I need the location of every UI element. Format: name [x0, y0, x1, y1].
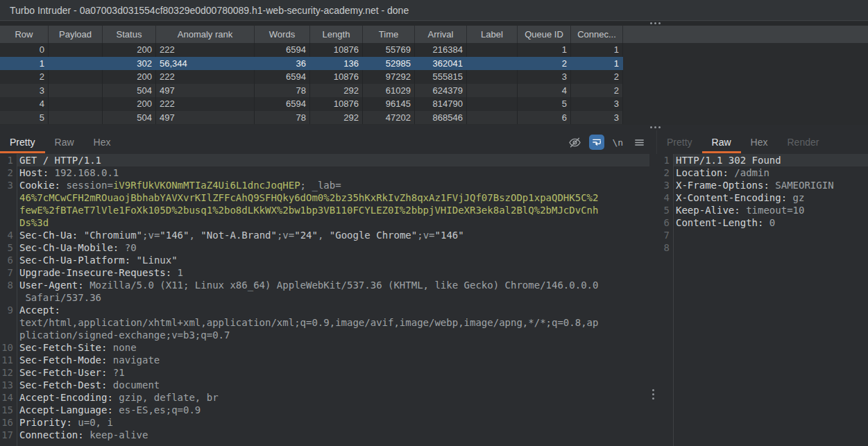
column-header-payload[interactable]: Payload	[49, 26, 103, 43]
vertical-splitter-handle[interactable]	[652, 389, 654, 400]
column-header-connec[interactable]: Connec...	[571, 26, 623, 43]
cell-time: 61029	[363, 84, 415, 98]
editor-line: 14Accept-Encoding: gzip, deflate, br	[0, 391, 649, 404]
cell-status: 504	[103, 111, 156, 125]
horizontal-splitter[interactable]	[0, 125, 868, 130]
table-row-4[interactable]: 42002226594108769614581479053	[0, 97, 623, 111]
cell-anomaly-rank: 56,344	[156, 57, 255, 71]
line-number: 6	[0, 254, 17, 266]
cell-anomaly-rank: 222	[156, 70, 255, 84]
line-number: 2	[0, 166, 17, 179]
line-number: 1	[656, 154, 674, 166]
line-number	[0, 204, 17, 216]
line-content: Host: 192.168.0.1	[17, 166, 119, 179]
cell-row: 2	[0, 70, 49, 84]
cell-label	[467, 43, 518, 57]
cell-payload	[49, 84, 103, 98]
cell-status: 302	[103, 57, 156, 71]
line-content: X-Content-Encoding: gz	[674, 191, 804, 204]
cell-length: 292	[310, 111, 363, 125]
editor-line: 3X-Frame-Options: SAMEORIGIN	[656, 179, 868, 191]
response-tab-render[interactable]: Render	[778, 130, 829, 154]
column-header-time[interactable]: Time	[363, 26, 415, 43]
editor-line: 1HTTP/1.1 302 Found	[656, 154, 868, 166]
editor-line: fewE%2fBTAeT7lVle1FoXk105D%2busq1%2bo8dL…	[0, 204, 649, 216]
cell-length: 10876	[310, 43, 363, 57]
line-number: 17	[0, 429, 17, 441]
line-number: 4	[656, 191, 674, 204]
line-content: HTTP/1.1 302 Found	[674, 154, 781, 166]
line-content: Cookie: session=iV9RfUkVKONmMTIaZ4Ui6L1d…	[17, 179, 341, 191]
column-header-row[interactable]: Row	[0, 26, 49, 43]
column-header-queue-id[interactable]: Queue ID	[518, 26, 571, 43]
cell-queue-id: 6	[518, 111, 571, 125]
line-content: text/html,application/xhtml+xml,applicat…	[17, 316, 598, 329]
column-header-status[interactable]: Status	[103, 26, 156, 43]
editor-line: 7	[656, 229, 868, 241]
response-tab-pretty[interactable]: Pretty	[657, 130, 702, 154]
request-tab-raw[interactable]: Raw	[45, 130, 84, 154]
line-content: Sec-Ch-Ua-Platform: "Linux"	[17, 254, 178, 266]
editor-line: 8User-Agent: Mozilla/5.0 (X11; Linux x86…	[0, 279, 649, 291]
results-table-header: RowPayloadStatusAnomaly rankWordsLengthT…	[0, 26, 868, 43]
request-tab-pretty[interactable]: Pretty	[0, 130, 45, 154]
response-editor[interactable]: 1HTTP/1.1 302 Found2Location: /admin3X-F…	[656, 154, 868, 446]
line-number: 3	[656, 179, 674, 191]
request-tab-hex[interactable]: Hex	[84, 130, 121, 154]
cell-anomaly-rank: 497	[156, 111, 255, 125]
line-number: 15	[0, 404, 17, 416]
request-editor[interactable]: 1GET / HTTP/1.12Host: 192.168.0.13Cookie…	[0, 154, 649, 446]
cell-arrival: 868546	[415, 111, 467, 125]
cell-length: 136	[310, 57, 363, 71]
line-content: Accept:	[17, 304, 60, 316]
cell-label	[467, 97, 518, 111]
editor-line: 3Cookie: session=iV9RfUkVKONmMTIaZ4Ui6L1…	[0, 179, 649, 191]
newline-icon-label: \n	[613, 137, 624, 148]
line-content	[674, 241, 676, 254]
editor-line: 10Sec-Fetch-Site: none	[0, 341, 649, 354]
table-row-2[interactable]: 22002226594108769729255581532	[0, 70, 623, 84]
line-number: 16	[0, 416, 17, 429]
cell-time: 55769	[363, 43, 415, 57]
line-number: 8	[0, 279, 17, 291]
line-number: 5	[0, 241, 17, 254]
response-tab-hex[interactable]: Hex	[741, 130, 778, 154]
line-content: Sec-Fetch-Dest: document	[17, 379, 160, 391]
menu-icon[interactable]	[631, 135, 647, 150]
column-header-anomaly-rank[interactable]: Anomaly rank	[156, 26, 255, 43]
cell-connec: 3	[571, 97, 623, 111]
title-bar: Turbo Intruder - 0a07003d031554cf80329e0…	[0, 0, 868, 21]
table-row-0[interactable]: 02002226594108765576921638411	[0, 43, 623, 57]
newline-icon[interactable]: \n	[611, 135, 626, 150]
cell-arrival: 362041	[415, 57, 467, 71]
column-header-words[interactable]: Words	[255, 26, 310, 43]
line-number	[0, 216, 17, 229]
cell-connec: 3	[571, 111, 623, 125]
cell-status: 200	[103, 70, 156, 84]
cell-time: 47202	[363, 111, 415, 125]
cell-words: 6594	[255, 97, 310, 111]
line-content: Sec-Fetch-Site: none	[17, 341, 137, 354]
results-table-body: 02002226594108765576921638411130256,3443…	[0, 43, 868, 125]
line-content: Sec-Ch-Ua-Mobile: ?0	[17, 241, 137, 254]
line-number: 13	[0, 379, 17, 391]
cell-queue-id: 1	[518, 43, 571, 57]
editor-line: plication/signed-exchange;v=b3;q=0.7	[0, 329, 649, 341]
top-splitter-handle[interactable]	[650, 22, 661, 24]
soft-wrap-icon[interactable]	[589, 135, 604, 150]
column-header-arrival[interactable]: Arrival	[415, 26, 467, 43]
column-header-length[interactable]: Length	[310, 26, 363, 43]
response-tab-raw[interactable]: Raw	[702, 130, 741, 154]
cell-anomaly-rank: 497	[156, 84, 255, 98]
editor-line: text/html,application/xhtml+xml,applicat…	[0, 316, 649, 329]
table-row-3[interactable]: 3504497782926102962437942	[0, 84, 623, 98]
horizontal-splitter-handle[interactable]	[650, 126, 661, 128]
column-header-label[interactable]: Label	[467, 26, 518, 43]
table-row-1[interactable]: 130256,344361365298536204121	[0, 57, 623, 71]
table-row-5[interactable]: 5504497782924720286854663	[0, 111, 623, 125]
hide-unmodified-icon[interactable]	[568, 135, 583, 150]
cell-label	[467, 111, 518, 125]
cell-connec: 1	[571, 57, 623, 71]
line-number	[0, 291, 17, 304]
line-content: Location: /admin	[674, 166, 769, 179]
